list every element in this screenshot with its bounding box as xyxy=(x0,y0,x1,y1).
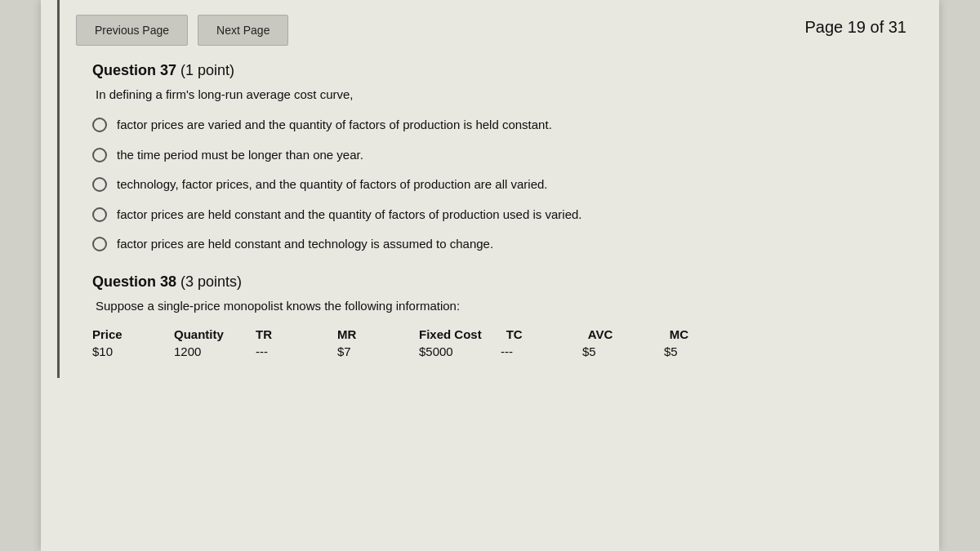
option-2-text: the time period must be longer than one … xyxy=(117,146,906,165)
table-header-row: Price Quantity TR MR Fixed Cost TC AVC M… xyxy=(92,327,906,341)
question-38-prompt: Suppose a single-price monopolist knows … xyxy=(96,299,906,313)
answer-option-5[interactable]: factor prices are held constant and tech… xyxy=(92,235,906,254)
cell-mc-1: $5 xyxy=(664,344,721,358)
question-37-title: Question 37 (1 point) xyxy=(92,62,906,79)
cell-price-1: $10 xyxy=(92,344,149,358)
content-area: Question 37 (1 point) In defining a firm… xyxy=(57,54,939,378)
next-page-button[interactable]: Next Page xyxy=(198,15,288,46)
option-5-text: factor prices are held constant and tech… xyxy=(117,235,906,254)
answer-option-4[interactable]: factor prices are held constant and the … xyxy=(92,206,906,224)
cell-tc-1: --- xyxy=(501,344,558,358)
radio-3[interactable] xyxy=(92,177,107,192)
page-indicator: Page 19 of 31 xyxy=(804,18,906,37)
question-37: Question 37 (1 point) In defining a firm… xyxy=(92,62,906,254)
radio-4[interactable] xyxy=(92,207,107,222)
option-3-text: technology, factor prices, and the quant… xyxy=(117,176,906,194)
cell-avc-1: $5 xyxy=(582,344,639,358)
col-price-header: Price xyxy=(92,327,149,341)
question-38: Question 38 (3 points) Suppose a single-… xyxy=(92,273,906,358)
option-1-text: factor prices are varied and the quantit… xyxy=(117,116,906,135)
cell-mr-1: $7 xyxy=(337,344,394,358)
radio-2[interactable] xyxy=(92,148,107,162)
col-avc-header: AVC xyxy=(588,327,645,341)
radio-1[interactable] xyxy=(92,118,107,132)
radio-5[interactable] xyxy=(92,237,107,251)
col-mr-header: MR xyxy=(337,327,394,341)
col-tr-header: TR xyxy=(256,327,313,341)
col-qty-header: Quantity xyxy=(174,327,231,341)
cell-tr-1: --- xyxy=(256,344,313,358)
option-4-text: factor prices are held constant and the … xyxy=(117,206,906,224)
col-tc-header: TC xyxy=(506,327,564,341)
top-bar: Previous Page Next Page Page 19 of 31 xyxy=(57,0,939,54)
question-37-prompt: In defining a firm's long-run average co… xyxy=(96,87,906,101)
col-fc-header: Fixed Cost xyxy=(419,327,482,341)
cell-qty-1: 1200 xyxy=(174,344,231,358)
data-table: Price Quantity TR MR Fixed Cost TC AVC M… xyxy=(92,327,906,358)
answer-option-1[interactable]: factor prices are varied and the quantit… xyxy=(92,116,906,135)
cell-fc-1: $5000 xyxy=(419,344,476,358)
col-mc-header: MC xyxy=(670,327,727,341)
answer-option-3[interactable]: technology, factor prices, and the quant… xyxy=(92,176,906,194)
question-38-title: Question 38 (3 points) xyxy=(92,273,906,291)
table-data-row-1: $10 1200 --- $7 $5000 --- $5 $5 xyxy=(92,344,906,358)
page-container: Previous Page Next Page Page 19 of 31 Qu… xyxy=(41,0,939,551)
previous-page-button[interactable]: Previous Page xyxy=(76,15,188,46)
answer-option-2[interactable]: the time period must be longer than one … xyxy=(92,146,906,165)
